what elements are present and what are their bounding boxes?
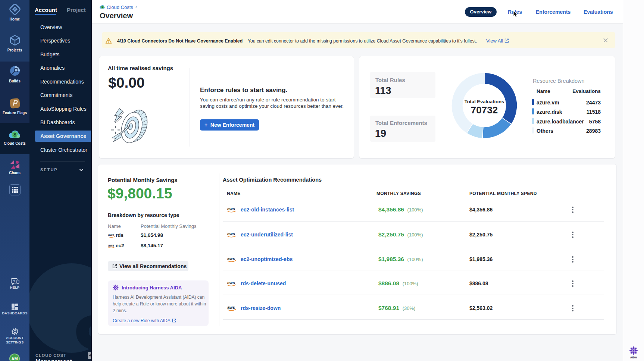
svg-text:aws: aws xyxy=(227,280,235,285)
svg-text:aws: aws xyxy=(227,207,235,211)
svg-text:?: ? xyxy=(13,279,15,283)
svg-text:aws: aws xyxy=(108,244,114,247)
svg-text:aws: aws xyxy=(227,305,235,310)
svg-text:aws: aws xyxy=(108,233,114,237)
svg-text:aws: aws xyxy=(227,232,235,236)
svg-text:$: $ xyxy=(102,6,103,9)
svg-text:$: $ xyxy=(13,132,16,138)
svg-text:aws: aws xyxy=(227,256,235,261)
